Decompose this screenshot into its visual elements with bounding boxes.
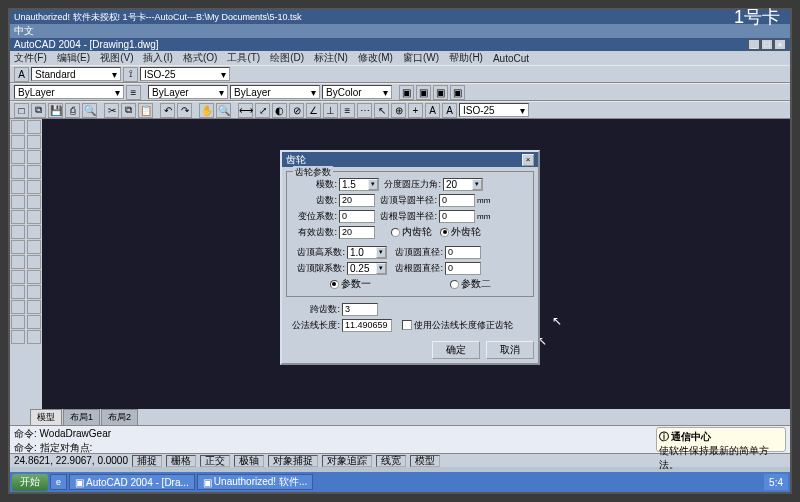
dim-style-icon[interactable]: ⟟: [123, 67, 138, 82]
span-len-input[interactable]: [342, 319, 392, 332]
zoom-icon[interactable]: 🔍: [216, 103, 231, 118]
task-autocad[interactable]: ▣AutoCAD 2004 - [Dra...: [69, 474, 195, 490]
mirror-icon[interactable]: [27, 150, 41, 164]
text-icon[interactable]: [11, 330, 25, 344]
tolerance-icon[interactable]: ⊕: [391, 103, 406, 118]
center-mark-icon[interactable]: +: [408, 103, 423, 118]
dedendum-r-input[interactable]: [439, 210, 475, 223]
xline-icon[interactable]: [11, 135, 25, 149]
extend-icon[interactable]: [27, 270, 41, 284]
radio-external[interactable]: 外齿轮: [440, 225, 481, 239]
menu-insert[interactable]: 插入(I): [143, 51, 172, 65]
toggle-ortho[interactable]: 正交: [200, 455, 230, 467]
tool-d-icon[interactable]: ▣: [450, 85, 465, 100]
save-icon[interactable]: 💾: [48, 103, 63, 118]
teeth-input[interactable]: [339, 194, 375, 207]
minimize-button[interactable]: _: [748, 39, 760, 50]
modulus-select[interactable]: 1.5▾: [339, 178, 379, 191]
leader-icon[interactable]: ↖: [374, 103, 389, 118]
dim-radius-icon[interactable]: ◐: [272, 103, 287, 118]
dimtedit-icon[interactable]: A: [442, 103, 457, 118]
tool-a-icon[interactable]: ▣: [399, 85, 414, 100]
menu-modify[interactable]: 修改(M): [358, 51, 393, 65]
toggle-model[interactable]: 模型: [410, 455, 440, 467]
circle-icon[interactable]: [11, 210, 25, 224]
trim-icon[interactable]: [27, 255, 41, 269]
toggle-osnap[interactable]: 对象捕捉: [268, 455, 318, 467]
arc-icon[interactable]: [11, 195, 25, 209]
move-icon[interactable]: [27, 195, 41, 209]
use-span-checkbox[interactable]: [402, 320, 412, 330]
block-icon[interactable]: [11, 270, 25, 284]
ime-bar[interactable]: 中文: [10, 24, 790, 38]
menu-draw[interactable]: 绘图(D): [270, 51, 304, 65]
copy2-icon[interactable]: [27, 135, 41, 149]
dim-angular-icon[interactable]: ∠: [306, 103, 321, 118]
open-icon[interactable]: ⧉: [31, 103, 46, 118]
maximize-button[interactable]: □: [761, 39, 773, 50]
toggle-otrack[interactable]: 对象追踪: [322, 455, 372, 467]
task-unauthorized[interactable]: ▣Unauthorized! 软件...: [197, 474, 313, 490]
copy-icon[interactable]: ⧉: [121, 103, 136, 118]
toggle-snap[interactable]: 捕捉: [132, 455, 162, 467]
menu-format[interactable]: 格式(O): [183, 51, 217, 65]
linetype-select[interactable]: ByLayer▾: [230, 85, 320, 99]
fillet-icon[interactable]: [27, 315, 41, 329]
hatch-icon[interactable]: [11, 300, 25, 314]
offset-icon[interactable]: [27, 165, 41, 179]
menu-dimension[interactable]: 标注(N): [314, 51, 348, 65]
break-icon[interactable]: [27, 285, 41, 299]
dim-aligned-icon[interactable]: ⤢: [255, 103, 270, 118]
dim-diameter-icon[interactable]: ⊘: [289, 103, 304, 118]
close-button[interactable]: ×: [774, 39, 786, 50]
point-icon[interactable]: [11, 285, 25, 299]
revcloud-icon[interactable]: [11, 225, 25, 239]
toggle-grid[interactable]: 栅格: [166, 455, 196, 467]
chamfer-icon[interactable]: [27, 300, 41, 314]
dialog-titlebar[interactable]: 齿轮 ×: [282, 152, 538, 167]
ha-coef-select[interactable]: 1.0▾: [347, 246, 387, 259]
lineweight-select[interactable]: ByColor▾: [322, 85, 392, 99]
menu-help[interactable]: 帮助(H): [449, 51, 483, 65]
menu-file[interactable]: 文件(F): [14, 51, 47, 65]
quicklaunch-ie-icon[interactable]: e: [50, 474, 67, 490]
dedendum-d-input[interactable]: [445, 262, 481, 275]
print-icon[interactable]: ⎙: [65, 103, 80, 118]
addendum-r-input[interactable]: [439, 194, 475, 207]
toggle-lwt[interactable]: 线宽: [376, 455, 406, 467]
pan-icon[interactable]: ✋: [199, 103, 214, 118]
new-icon[interactable]: □: [14, 103, 29, 118]
span-teeth-input[interactable]: [342, 303, 378, 316]
radio-param1[interactable]: 参数一: [330, 277, 371, 291]
preview-icon[interactable]: 🔍: [82, 103, 97, 118]
tool-b-icon[interactable]: ▣: [416, 85, 431, 100]
system-tray[interactable]: 5:4: [764, 474, 788, 490]
dialog-close-button[interactable]: ×: [522, 154, 534, 166]
textstyle-select[interactable]: Standard▾: [31, 67, 121, 81]
dimstyle-select[interactable]: ISO-25▾: [140, 67, 230, 81]
pline-icon[interactable]: [11, 150, 25, 164]
cut-icon[interactable]: ✂: [104, 103, 119, 118]
dim-linear-icon[interactable]: ⟷: [238, 103, 253, 118]
paste-icon[interactable]: 📋: [138, 103, 153, 118]
menu-window[interactable]: 窗口(W): [403, 51, 439, 65]
erase-icon[interactable]: [27, 120, 41, 134]
array-icon[interactable]: [27, 180, 41, 194]
ok-button[interactable]: 确定: [432, 341, 480, 359]
dim-baseline-icon[interactable]: ≡: [340, 103, 355, 118]
rect-icon[interactable]: [11, 180, 25, 194]
start-button[interactable]: 开始: [12, 474, 48, 491]
explode-icon[interactable]: [27, 330, 41, 344]
menu-tools[interactable]: 工具(T): [227, 51, 260, 65]
radio-param2[interactable]: 参数二: [450, 277, 491, 291]
color-select[interactable]: ByLayer▾: [148, 85, 228, 99]
menu-view[interactable]: 视图(V): [100, 51, 133, 65]
radio-internal[interactable]: 内齿轮: [391, 225, 432, 239]
ellipse-icon[interactable]: [11, 255, 25, 269]
tab-model[interactable]: 模型: [30, 409, 62, 425]
dimstyle-select2[interactable]: ISO-25▾: [459, 103, 529, 117]
menu-edit[interactable]: 编辑(E): [57, 51, 90, 65]
dim-ordinate-icon[interactable]: ⊥: [323, 103, 338, 118]
text-style-icon[interactable]: A: [14, 67, 29, 82]
layer-props-icon[interactable]: ≡: [126, 85, 141, 100]
